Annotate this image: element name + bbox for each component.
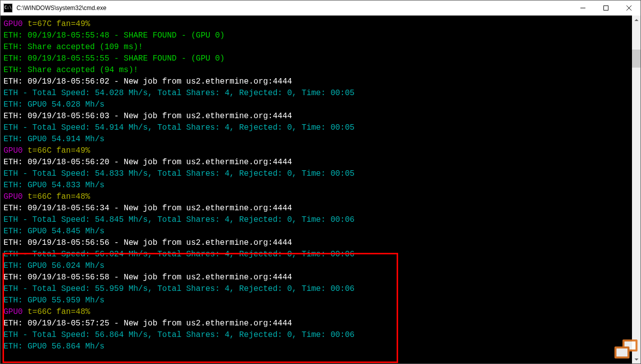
terminal-text: ETH: GPU0 54.028 Mh/s [4,100,105,109]
terminal-text: ETH: 09/19/18-05:55:48 - SHARE FOUND - (… [4,31,225,40]
terminal-line: ETH: Share accepted (109 ms)! [4,42,632,53]
terminal-line: GPU0 t=66C fan=49% [4,145,632,157]
close-button[interactable] [617,1,640,16]
terminal-line: ETH: 09/19/18-05:55:55 - SHARE FOUND - (… [4,53,632,65]
terminal-line: ETH: GPU0 54.833 Mh/s [4,180,632,191]
maximize-icon [603,6,608,11]
terminal-line: ETH - Total Speed: 54.914 Mh/s, Total Sh… [4,122,632,134]
terminal-line: ETH: GPU0 54.914 Mh/s [4,134,632,145]
terminal-text: ETH - Total Speed: 56.864 Mh/s, Total Sh… [4,330,355,339]
terminal-text: GPU0 [4,20,23,29]
terminal-line: ETH: 09/19/18-05:56:58 - New job from us… [4,272,632,283]
terminal-text: ETH: 09/19/18-05:56:03 - New job from us… [4,112,292,121]
terminal-line: ETH: 09/19/18-05:56:03 - New job from us… [4,111,632,122]
terminal-text: ETH: 09/19/18-05:57:25 - New job from us… [4,319,292,328]
terminal-text: ETH: 09/19/18-05:56:58 - New job from us… [4,273,292,282]
terminal-output[interactable]: GPU0 t=67C fan=49%ETH: 09/19/18-05:55:48… [1,16,632,363]
svg-rect-0 [604,6,608,11]
terminal-text: GPU0 [4,146,23,155]
terminal-line: ETH: 09/19/18-05:56:02 - New job from us… [4,76,632,88]
cmd-icon-label: C:\ [5,6,12,10]
terminal-text: GPU0 [4,192,23,201]
vertical-scrollbar[interactable] [632,16,640,363]
terminal-text: t=66C fan=48% [23,307,90,316]
terminal-line: ETH: GPU0 56.864 Mh/s [4,341,632,352]
minimize-icon [580,6,585,11]
terminal-text: ETH: 09/19/18-05:56:20 - New job from us… [4,158,292,167]
terminal-text: ETH: GPU0 56.864 Mh/s [4,342,105,351]
terminal-text: ETH: 09/19/18-05:55:55 - SHARE FOUND - (… [4,54,225,63]
terminal-text: ETH: GPU0 54.914 Mh/s [4,135,105,144]
terminal-line: ETH - Total Speed: 55.959 Mh/s, Total Sh… [4,283,632,295]
terminal-text: ETH: 09/19/18-05:56:02 - New job from us… [4,77,292,86]
terminal-line: GPU0 t=67C fan=49% [4,19,632,30]
scroll-thumb[interactable] [632,50,640,68]
terminal-text: ETH - Total Speed: 54.845 Mh/s, Total Sh… [4,215,355,224]
maximize-button[interactable] [594,1,617,16]
scroll-up-button[interactable] [632,16,640,24]
terminal-line: ETH - Total Speed: 54.845 Mh/s, Total Sh… [4,214,632,226]
cmd-icon: C:\ [4,4,13,13]
terminal-line: ETH - Total Speed: 54.833 Mh/s, Total Sh… [4,168,632,180]
terminal-text: ETH: Share accepted (94 ms)! [4,66,138,75]
terminal-line: ETH: GPU0 54.845 Mh/s [4,226,632,237]
terminal-line: ETH: 09/19/18-05:56:56 - New job from us… [4,237,632,249]
terminal-line: ETH: 09/19/18-05:55:48 - SHARE FOUND - (… [4,30,632,42]
cmd-window: C:\ C:\WINDOWS\system32\cmd.exe GPU0 t=6… [0,0,641,364]
terminal-text: ETH: 09/19/18-05:56:34 - New job from us… [4,204,292,213]
terminal-line: ETH: 09/19/18-05:56:20 - New job from us… [4,157,632,168]
terminal-text: ETH - Total Speed: 54.914 Mh/s, Total Sh… [4,123,355,132]
terminal-line: ETH - Total Speed: 56.024 Mh/s, Total Sh… [4,249,632,260]
terminal-line: ETH: 09/19/18-05:57:25 - New job from us… [4,318,632,329]
terminal-line: ETH: Share accepted (94 ms)! [4,65,632,76]
close-icon [626,6,631,11]
chevron-up-icon [634,18,638,22]
terminal-line: ETH: 09/19/18-05:56:34 - New job from us… [4,203,632,214]
terminal-text: ETH - Total Speed: 55.959 Mh/s, Total Sh… [4,284,355,293]
terminal-line: ETH - Total Speed: 54.028 Mh/s, Total Sh… [4,88,632,99]
terminal-text: ETH - Total Speed: 56.024 Mh/s, Total Sh… [4,250,355,259]
terminal-line: ETH - Total Speed: 56.864 Mh/s, Total Sh… [4,329,632,341]
terminal-line: ETH: GPU0 54.028 Mh/s [4,99,632,111]
watermark-logo [604,339,637,360]
terminal-text: ETH: GPU0 56.024 Mh/s [4,261,105,270]
terminal-line: ETH: GPU0 55.959 Mh/s [4,295,632,306]
client-area: GPU0 t=67C fan=49%ETH: 09/19/18-05:55:48… [1,16,640,363]
terminal-line: ETH: GPU0 56.024 Mh/s [4,260,632,272]
terminal-text: t=66C fan=48% [23,192,90,201]
terminal-text: ETH: GPU0 55.959 Mh/s [4,296,105,305]
terminal-text: t=67C fan=49% [23,20,90,29]
terminal-line: GPU0 t=66C fan=48% [4,191,632,203]
titlebar[interactable]: C:\ C:\WINDOWS\system32\cmd.exe [1,1,640,16]
minimize-button[interactable] [571,1,594,16]
window-title: C:\WINDOWS\system32\cmd.exe [16,5,571,12]
terminal-text: ETH: 09/19/18-05:56:56 - New job from us… [4,238,292,247]
terminal-text: ETH - Total Speed: 54.028 Mh/s, Total Sh… [4,89,355,98]
terminal-text: t=66C fan=49% [23,146,90,155]
terminal-text: ETH - Total Speed: 54.833 Mh/s, Total Sh… [4,169,355,178]
terminal-text: ETH: Share accepted (109 ms)! [4,43,143,52]
terminal-text: ETH: GPU0 54.833 Mh/s [4,181,105,190]
terminal-text: ETH: GPU0 54.845 Mh/s [4,227,105,236]
terminal-line: GPU0 t=66C fan=48% [4,306,632,318]
terminal-text: GPU0 [4,307,23,316]
